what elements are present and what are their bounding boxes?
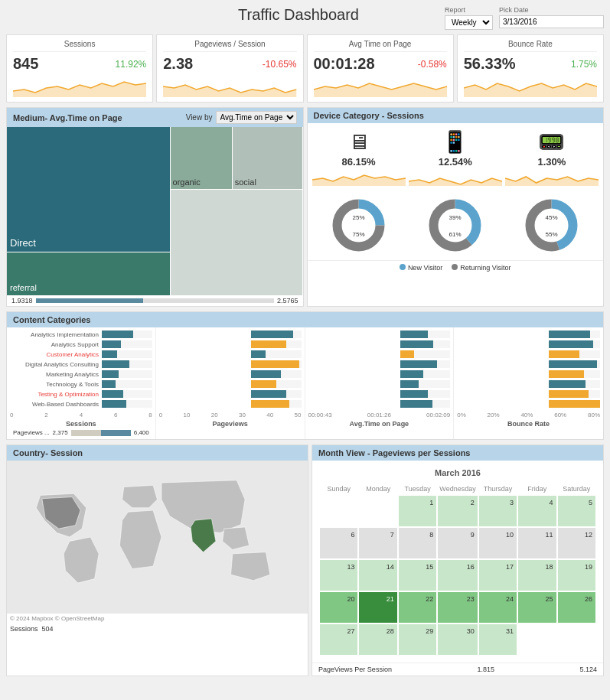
world-map (7, 461, 308, 614)
pageviews-label: Pageviews ... (13, 429, 50, 436)
device-spark-row (308, 171, 604, 192)
kpi-sessions-value: 845 (13, 55, 38, 73)
map-svg (7, 461, 308, 614)
tablet-spark (505, 171, 599, 187)
day-header-thu: Thursday (479, 483, 517, 494)
donut-legend: New Visitor Returning Visitor (308, 260, 604, 275)
view-by-select[interactable]: Avg.Time on Page (216, 111, 297, 124)
cal-day-29: 29 (399, 624, 436, 655)
pick-date-input[interactable] (499, 15, 604, 28)
kpi-avgtime-value: 00:01:28 (314, 55, 375, 73)
bar-charts-row: Analytics Implementation Analytics Suppo… (7, 327, 603, 439)
cal-day-27: 27 (320, 624, 357, 655)
svg-text:39%: 39% (449, 214, 462, 221)
cal-day-25: 25 (518, 592, 556, 623)
view-by-label: View by (186, 113, 213, 122)
donut-mobile: 39% 61% (426, 197, 484, 256)
bar-row (457, 340, 600, 348)
cal-day-2: 2 (438, 496, 477, 526)
sessions-value: 504 (42, 625, 54, 633)
sessions-label: Sessions (10, 625, 38, 633)
bar-row: Testing & Optimization (10, 390, 152, 398)
pageviews-axis-label: Pageviews (159, 418, 302, 428)
returning-visitor-legend: Returning Visitor (452, 264, 511, 272)
content-categories-header: Content Categories (7, 312, 603, 327)
bar-row (308, 340, 451, 348)
pageviews-per-session-label: PageViews Per Session (318, 666, 392, 673)
bar-row (457, 400, 600, 408)
desktop-icon: 🖥 (311, 129, 407, 155)
bar-row (457, 330, 600, 338)
cal-day-11: 11 (518, 528, 556, 558)
bounce-sparkline (464, 76, 597, 97)
pageviews-min: 1.815 (477, 666, 494, 673)
pageview-range: Pageviews ... 2,375 6,400 (10, 428, 152, 438)
bar-row (308, 400, 451, 408)
cal-day-14: 14 (359, 560, 396, 591)
bar-row: Marketing Analytics (10, 370, 152, 378)
cal-day-3: 3 (479, 496, 517, 526)
donut-row: 25% 75% 39% 61% (308, 192, 604, 260)
day-header-fri: Friday (518, 483, 556, 494)
sessions-axis-label: Sessions (10, 418, 152, 428)
cal-day-4: 4 (518, 496, 556, 526)
kpi-pageviews: Pageviews / Session 2.38 -10.65% (156, 34, 303, 103)
bottom-row: Country- Session (6, 444, 604, 676)
report-select[interactable]: Weekly (445, 15, 493, 30)
svg-text:61%: 61% (449, 231, 462, 238)
bar-row (457, 350, 600, 358)
cal-day-30: 30 (438, 624, 477, 655)
cal-day-7: 7 (359, 528, 396, 558)
bar-row (308, 350, 451, 358)
kpi-avgtime-title: Avg Time on Page (314, 40, 447, 52)
svg-text:55%: 55% (546, 231, 558, 238)
medium-header: Medium- Avg.Time on Page View by Avg.Tim… (7, 108, 303, 127)
bar-row: Analytics Support (10, 340, 152, 348)
bar-row (308, 390, 451, 398)
bar-row (159, 370, 302, 378)
day-header-sun: Sunday (320, 483, 357, 494)
treemap-other (170, 189, 303, 295)
device-mobile: 📱 12.54% (407, 129, 504, 168)
kpi-sessions: Sessions 845 11.92% (6, 34, 153, 103)
country-sessions: Sessions 504 (7, 623, 308, 634)
device-header: Device Category - Sessions (308, 108, 604, 123)
bar-row (308, 380, 451, 388)
cal-empty (320, 496, 357, 526)
sessions-chart: Analytics Implementation Analytics Suppo… (7, 327, 156, 439)
day-header-wed: Wednesday (438, 483, 477, 494)
bar-row (308, 370, 451, 378)
mobile-pct: 12.54% (407, 156, 504, 168)
cal-day-12: 12 (558, 528, 595, 558)
device-panel: Device Category - Sessions 🖥 86.15% 📱 12… (307, 107, 605, 307)
cal-day-15: 15 (399, 560, 436, 591)
bar-row: Digital Analytics Consulting (10, 360, 152, 368)
cal-day-23: 23 (438, 592, 477, 623)
day-header-tue: Tuesday (399, 483, 436, 494)
cal-day-20: 20 (320, 592, 357, 623)
bar-row (159, 350, 302, 358)
pageviews-max: 5.124 (579, 666, 597, 673)
bar-row (159, 360, 302, 368)
cal-empty (558, 624, 595, 655)
tablet-pct: 1.30% (504, 156, 600, 168)
bar-row: Customer Analytics (10, 350, 152, 358)
treemap: Direct organic social referral (7, 127, 303, 295)
desktop-pct: 86.15% (311, 156, 407, 168)
cal-day-31: 31 (479, 624, 517, 655)
treemap-slider: 1.9318 2.5765 (7, 295, 303, 306)
kpi-pageviews-change: -10.65% (263, 59, 297, 70)
day-header-sat: Saturday (558, 483, 595, 494)
kpi-pageviews-title: Pageviews / Session (163, 40, 296, 52)
bar-row (159, 400, 302, 408)
bar-row: Web-Based Dashboards (10, 400, 152, 408)
treemap-referral: referral (7, 252, 170, 295)
cal-empty (518, 624, 556, 655)
kpi-sessions-change: 11.92% (116, 59, 147, 70)
bar-row (457, 380, 600, 388)
pageviews-chart: 01020304050 Pageviews (156, 327, 305, 439)
report-control: Report Weekly (445, 6, 493, 30)
mobile-icon: 📱 (407, 129, 504, 155)
cal-day-19: 19 (558, 560, 595, 591)
kpi-row: Sessions 845 11.92% Pageviews / Session … (6, 34, 604, 103)
